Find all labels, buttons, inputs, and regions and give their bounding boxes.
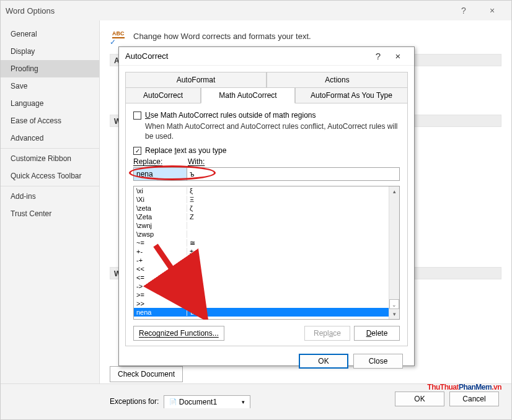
list-row[interactable]: \zwnj	[134, 221, 389, 230]
exceptions-value: Document1	[179, 398, 217, 406]
document-icon: 📄	[169, 398, 177, 405]
autocorrect-dialog: AutoCorrect ? × AutoFormat Actions AutoC…	[118, 46, 415, 366]
dialog-content: Use Math AutoCorrect rules outside of ma…	[125, 103, 408, 346]
use-outside-checkbox[interactable]	[133, 112, 141, 120]
tab-autoformat[interactable]: AutoFormat	[125, 72, 267, 87]
sidebar-item-advanced[interactable]: Advanced	[1, 129, 99, 147]
replace-checkbox[interactable]	[133, 147, 141, 155]
replace-column-label: Replace:	[133, 157, 188, 166]
list-row[interactable]: -+∓	[134, 256, 389, 265]
list-buttons-row: Recognized Functions... Replace Delete	[133, 326, 400, 341]
list-row[interactable]: \zwsp	[134, 230, 389, 238]
list-body[interactable]: \xiξ\XiΞ\zetaζ\ZetaΖ\zwnj\zwsp~=≅+-±-+∓<…	[134, 186, 389, 319]
with-column-label: With:	[188, 157, 205, 166]
dialog-title: AutoCorrect	[125, 51, 368, 61]
sidebar-item-customize-ribbon[interactable]: Customize Ribbon	[1, 150, 99, 167]
dialog-ok-button[interactable]: OK	[299, 354, 348, 369]
replacement-list: \xiξ\XiΞ\zetaζ\ZetaΖ\zwnj\zwsp~=≅+-±-+∓<…	[133, 186, 400, 320]
word-options-window: Word Options ? × General Display Proofin…	[0, 0, 512, 420]
tab-actions[interactable]: Actions	[267, 72, 408, 87]
page-heading: Change how Word corrects and formats you…	[133, 30, 311, 41]
use-outside-label: Use Math AutoCorrect rules outside of ma…	[145, 111, 316, 120]
tab-autoformat-as-you-type[interactable]: AutoFormat As You Type	[295, 87, 408, 103]
help-button[interactable]: ?	[449, 4, 478, 17]
dialog-close-btn[interactable]: Close	[353, 354, 403, 369]
replace-input[interactable]	[134, 168, 187, 180]
sidebar-item-proofing[interactable]: Proofing	[1, 60, 99, 77]
tab-row-top: AutoFormat Actions	[125, 72, 408, 87]
divider	[1, 186, 99, 186]
exceptions-label: Exceptions for:	[110, 397, 159, 406]
dropdown-chevron-button[interactable]: ⌄	[389, 299, 399, 309]
divider	[1, 148, 99, 149]
sidebar-item-display[interactable]: Display	[1, 43, 99, 60]
sidebar-item-add-ins[interactable]: Add-ins	[1, 188, 99, 205]
window-title: Word Options	[6, 6, 449, 15]
sidebar-item-save[interactable]: Save	[1, 77, 99, 95]
list-row[interactable]: +-±	[134, 247, 389, 256]
list-row[interactable]: nenaъ	[134, 308, 389, 317]
chevron-down-icon: ▾	[242, 399, 245, 405]
recognized-functions-button[interactable]: Recognized Functions...	[133, 326, 224, 341]
list-row[interactable]: \zetaζ	[134, 204, 389, 212]
list-row[interactable]: ->→	[134, 282, 389, 291]
column-labels: Replace: With:	[133, 157, 400, 166]
use-outside-row: Use Math AutoCorrect rules outside of ma…	[133, 111, 400, 120]
replace-label: Replace text as you type	[145, 146, 226, 155]
inputs-row	[133, 167, 400, 181]
sidebar-item-trust-center[interactable]: Trust Center	[1, 205, 99, 222]
list-row[interactable]: ~=≅	[134, 238, 389, 247]
list-row[interactable]: <=≤	[134, 273, 389, 282]
heading-row: ABC ✓ Change how Word corrects and forma…	[110, 30, 501, 46]
list-row[interactable]: \XiΞ	[134, 195, 389, 204]
delete-button[interactable]: Delete	[354, 326, 400, 341]
dialog-close-button[interactable]: ×	[388, 51, 408, 61]
replace-button[interactable]: Replace	[304, 326, 350, 341]
dialog-titlebar: AutoCorrect ? ×	[119, 47, 414, 66]
scroll-down-button[interactable]: ▾	[389, 309, 399, 319]
tab-math-autocorrect[interactable]: Math AutoCorrect	[201, 87, 295, 103]
list-row[interactable]: <<≪	[134, 265, 389, 273]
tab-row-bottom: AutoCorrect Math AutoCorrect AutoFormat …	[125, 87, 408, 103]
scrollbar[interactable]: ▴ ⌄ ▾	[389, 186, 399, 319]
exceptions-combo[interactable]: 📄 Document1 ▾	[164, 395, 250, 408]
sidebar-item-quick-access-toolbar[interactable]: Quick Access Toolbar	[1, 167, 99, 185]
dialog-footer: OK Close	[119, 346, 414, 376]
replace-row: Replace text as you type	[133, 146, 400, 155]
list-row[interactable]: \ZetaΖ	[134, 212, 389, 221]
titlebar: Word Options ? ×	[1, 1, 511, 20]
scroll-up-button[interactable]: ▴	[389, 186, 399, 196]
close-button[interactable]: ×	[478, 4, 506, 17]
sidebar-item-general[interactable]: General	[1, 25, 99, 43]
dialog-help-button[interactable]: ?	[368, 51, 388, 61]
sidebar-item-ease-of-access[interactable]: Ease of Access	[1, 112, 99, 129]
conflict-hint: When Math AutoCorrect and AutoCorrect ru…	[145, 121, 400, 145]
sidebar-item-language[interactable]: Language	[1, 95, 99, 112]
window-controls: ? ×	[449, 4, 506, 17]
proofing-icon: ABC ✓	[110, 30, 128, 46]
list-row[interactable]: \xiξ	[134, 186, 389, 195]
list-row[interactable]: >=≥	[134, 291, 389, 299]
tab-autocorrect[interactable]: AutoCorrect	[125, 87, 201, 103]
list-row[interactable]: >>≫	[134, 299, 389, 308]
sidebar: General Display Proofing Save Language E…	[1, 20, 100, 383]
with-input[interactable]	[187, 168, 399, 180]
